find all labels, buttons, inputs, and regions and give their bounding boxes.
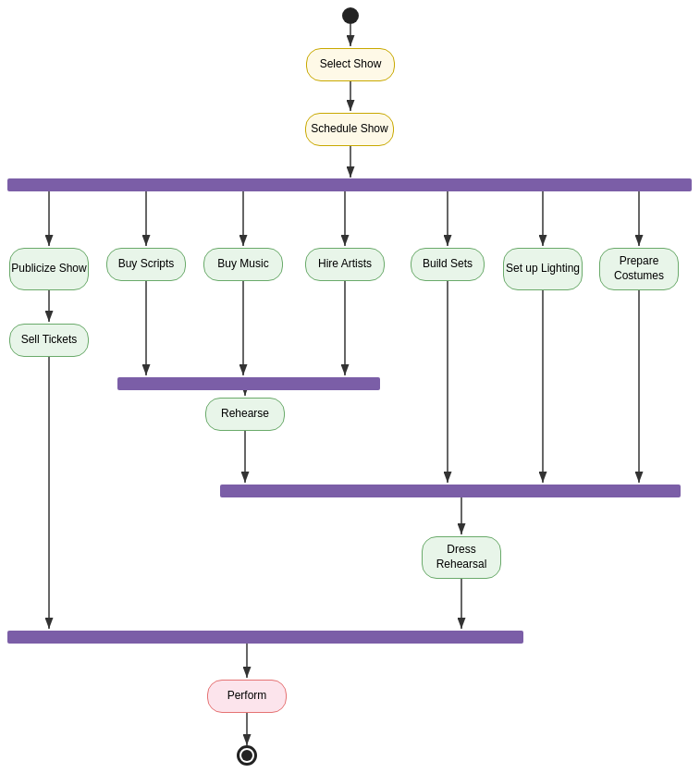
start-node [342,7,359,24]
join-bar-4 [7,631,523,644]
buy-scripts-node: Buy Scripts [106,248,186,281]
end-node [237,745,257,766]
dress-rehearsal-node: Dress Rehearsal [422,536,501,579]
prepare-costumes-node: Prepare Costumes [599,248,679,290]
schedule-show-label: Schedule Show [311,122,387,137]
dress-rehearsal-label: Dress Rehearsal [423,543,500,571]
hire-artists-node: Hire Artists [305,248,385,281]
publicize-show-node: Publicize Show [9,248,89,290]
prepare-costumes-label: Prepare Costumes [600,254,678,283]
perform-node: Perform [207,680,287,713]
schedule-show-node: Schedule Show [305,113,394,146]
sell-tickets-node: Sell Tickets [9,324,89,357]
rehearse-node: Rehearse [205,398,285,431]
perform-label: Perform [227,689,267,704]
join-bar-2 [117,377,380,390]
end-node-inner [241,750,252,761]
fork-bar-1 [7,178,692,191]
buy-music-label: Buy Music [217,257,268,272]
hire-artists-label: Hire Artists [318,257,372,272]
publicize-show-label: Publicize Show [11,262,86,276]
join-bar-3 [220,485,681,497]
activity-diagram: Select Show Schedule Show Publicize Show… [0,0,700,773]
select-show-node: Select Show [306,48,395,81]
set-up-lighting-label: Set up Lighting [506,262,580,276]
sell-tickets-label: Sell Tickets [21,333,78,348]
set-up-lighting-node: Set up Lighting [503,248,583,290]
select-show-label: Select Show [320,57,382,72]
rehearse-label: Rehearse [221,407,269,422]
buy-scripts-label: Buy Scripts [118,257,175,272]
build-sets-node: Build Sets [411,248,485,281]
buy-music-node: Buy Music [203,248,283,281]
build-sets-label: Build Sets [423,257,473,272]
